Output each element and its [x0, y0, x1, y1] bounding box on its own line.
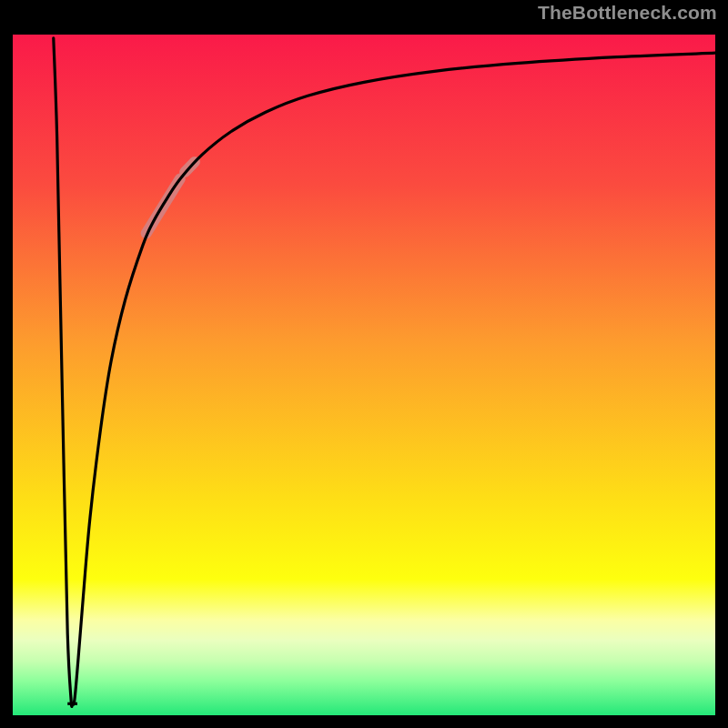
curve-layer — [13, 35, 715, 715]
chart-stage: TheBottleneck.com — [0, 0, 728, 728]
bottleneck-curve — [54, 38, 715, 707]
watermark-text: TheBottleneck.com — [538, 2, 717, 24]
plot-area — [13, 35, 715, 715]
